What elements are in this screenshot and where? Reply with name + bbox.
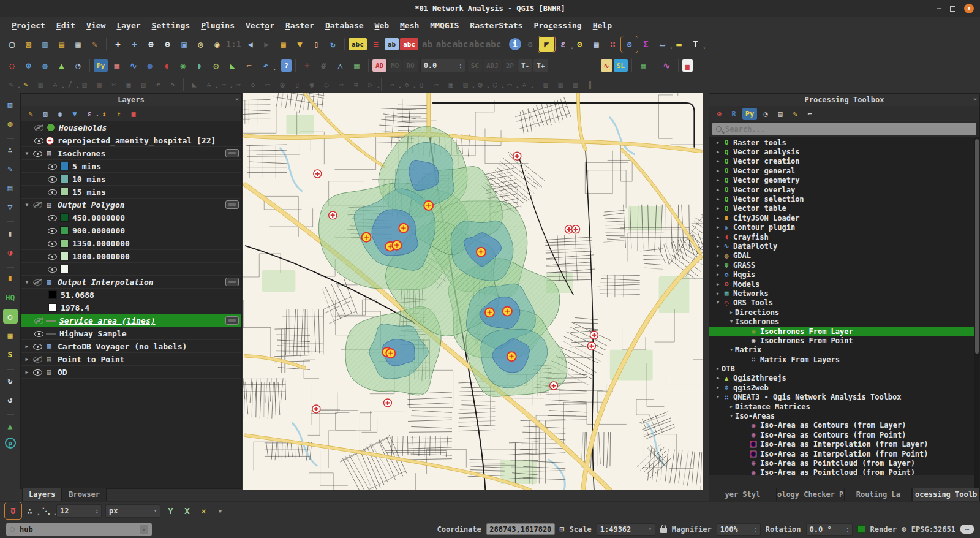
layer-row-900-0000000[interactable]: 900.0000000 — [21, 224, 241, 237]
build-vrt-button[interactable]: ⌐ — [241, 58, 257, 74]
menu-mesh[interactable]: Mesh — [394, 19, 424, 32]
algorithm-contour-plugin[interactable]: ▶◗Contour plugin — [709, 223, 979, 232]
visibility-eye-icon[interactable] — [48, 239, 57, 248]
layout-manager-button[interactable]: ▦ — [70, 37, 86, 52]
extent-icon[interactable]: ⊞ — [560, 525, 565, 534]
delete-part-button[interactable]: ▱ — [334, 78, 348, 91]
expander-icon[interactable]: ▶ — [714, 376, 722, 381]
copy-features-button[interactable]: ▣ — [122, 78, 135, 91]
filter-by-expression-button[interactable]: ε▾ — [83, 108, 96, 120]
menu-settings[interactable]: Settings — [146, 19, 196, 32]
expander-icon[interactable]: ▼ — [714, 300, 722, 305]
layer-row-5-mins[interactable]: 5 mins — [21, 160, 241, 173]
advanced-digitizing-AD-button[interactable]: AD — [372, 59, 386, 72]
contour-tool-button[interactable]: ◎ — [208, 58, 224, 74]
menu-plugins[interactable]: Plugins — [195, 19, 240, 32]
mode-ADJ-button[interactable]: ADJ — [483, 59, 502, 72]
dock-tab-browser[interactable]: Browser — [62, 488, 107, 501]
label-properties-button[interactable]: abc — [486, 37, 501, 52]
mode-RO-button[interactable]: RO — [403, 59, 417, 72]
models-menu-button[interactable]: ⚙ — [713, 108, 725, 120]
p-circle-plugin-button[interactable]: p — [5, 438, 16, 449]
algorithm-cityjson-loader[interactable]: ▶∎CityJSON Loader — [709, 213, 979, 222]
visibility-eye-icon[interactable] — [34, 329, 43, 338]
expander-icon[interactable]: ▶ — [714, 235, 722, 240]
visibility-eye-icon[interactable] — [48, 226, 57, 235]
dock-tab-0[interactable]: yer Styl — [709, 488, 777, 501]
undo-plugin-button[interactable]: ↺ — [3, 392, 18, 407]
pan-to-selection-button[interactable]: + — [127, 37, 142, 52]
layer-row-point-to-point[interactable]: ▶▤Point to Point — [21, 353, 241, 366]
expander-icon[interactable]: ▼ — [728, 347, 735, 352]
algorithm-networks[interactable]: ▶▦Networks — [709, 289, 979, 298]
rotate-feature-button[interactable]: ◇ — [246, 78, 260, 91]
snapping-toggle-button[interactable]: Ω — [6, 503, 21, 518]
algorithm-vector-creation[interactable]: ▶QVector creation — [709, 157, 979, 166]
new-map-view-button[interactable]: ▦ — [276, 37, 291, 52]
zoom-full-button[interactable]: ▣ — [176, 37, 192, 52]
grid-tool-button[interactable]: ∷ — [349, 78, 363, 91]
expander-icon[interactable]: ▶ — [728, 404, 735, 409]
menu-database[interactable]: Database — [320, 19, 369, 32]
algorithm-vector-overlay[interactable]: ▶QVector overlay — [709, 185, 979, 194]
tracing-button[interactable]: ⋱▾ — [39, 503, 54, 518]
expander-icon[interactable]: ▼ — [23, 202, 31, 208]
dock-tab-layers[interactable]: Layers — [22, 488, 62, 501]
new-virtual-layer-button[interactable]: ▤ — [3, 180, 18, 195]
menu-layer[interactable]: Layer — [111, 19, 146, 32]
algorithm-qneat3-qgis-network-analysis-toolbox[interactable]: ▼∷QNEAT3 - Qgis Network Analysis Toolbox — [709, 393, 979, 402]
remove-layer-button[interactable]: ▣ — [127, 108, 140, 120]
menu-help[interactable]: Help — [587, 19, 617, 32]
algorithm-hqgis[interactable]: ▶⚙Hqgis — [709, 270, 979, 279]
s-plugin-button[interactable]: S — [3, 347, 18, 362]
help-contents-button[interactable]: ? — [281, 59, 292, 72]
expander-icon[interactable]: ▼ — [23, 279, 31, 285]
dataplotly-button[interactable]: ∿ — [126, 58, 141, 74]
current-edits-button[interactable]: ✎▾ — [4, 78, 18, 91]
visibility-eye-icon[interactable] — [33, 355, 42, 364]
algorithm-crayfish[interactable]: ▶◖Crayfish — [709, 232, 979, 241]
algorithm-otb[interactable]: ▶OTB — [709, 364, 979, 373]
attribute-grid-button[interactable]: ▦ — [109, 58, 124, 74]
text-annotation-button[interactable]: T▾ — [688, 37, 703, 52]
processing-search-box[interactable]: Search... — [712, 123, 976, 135]
add-web-service-button[interactable]: ⊕ — [21, 58, 36, 74]
rotation-spin[interactable]: 0.0 ° ▴▾ — [806, 523, 853, 536]
layer-row-output-polygon[interactable]: ▼▤Output Polygon — [21, 199, 241, 211]
expander-icon[interactable]: ▼ — [728, 319, 735, 324]
data-source-manager-button[interactable]: ▧ — [3, 97, 18, 112]
hqgis-button[interactable]: HQ — [3, 290, 18, 305]
table-manager-button[interactable]: ▦ — [636, 58, 651, 74]
snapping-intersection-button[interactable]: X — [179, 503, 195, 518]
dock-tab-3[interactable]: ocessing Toolb — [912, 488, 980, 501]
statistics-panel-button[interactable]: Σ — [638, 37, 654, 52]
metasearch-button[interactable]: ◔ — [70, 58, 86, 74]
layer-row-1800-0000000[interactable]: 1800.0000000 — [21, 250, 241, 263]
expander-icon[interactable]: ▶ — [714, 178, 722, 183]
field-calculator-button[interactable]: ∷ — [605, 37, 620, 52]
sld4raster-button[interactable]: SL — [614, 59, 628, 72]
layer-reload-button[interactable]: ▦ — [349, 58, 364, 74]
expander-icon[interactable]: ▶ — [714, 282, 722, 287]
history-button[interactable]: ◔ — [760, 108, 772, 120]
spinner-arrows-icon[interactable]: ▴▾ — [843, 526, 849, 532]
menu-processing[interactable]: Processing — [528, 19, 587, 32]
label-highlight-button[interactable]: abc — [400, 38, 418, 50]
expander-icon[interactable]: ▶ — [714, 197, 722, 202]
undo-style-button[interactable]: ↶▾ — [258, 58, 273, 74]
zoom-in-button[interactable]: ⊕ — [143, 37, 159, 52]
scale-select[interactable]: 1:49362 ▾ — [597, 523, 655, 536]
algorithm-matrix-from-layers[interactable]: ∷Matrix From Layers — [709, 355, 979, 364]
cad-crosshair-button[interactable]: + — [300, 58, 315, 74]
reshape-features-button[interactable]: ▱▾ — [385, 78, 399, 91]
visibility-eye-icon[interactable] — [48, 175, 57, 184]
new-print-layout-button[interactable]: ▤ — [54, 37, 69, 52]
algorithm-iso-area-as-interpolation-from-point-[interactable]: Iso-Area as Interpolation (from Point) — [709, 449, 979, 458]
expander-icon[interactable]: ▶ — [23, 369, 31, 375]
locator-search-box[interactable]: ✕ — [6, 523, 152, 536]
algorithm-raster-tools[interactable]: ▶QRaster tools — [709, 138, 979, 147]
open-layer-styling-button[interactable]: ✎ — [24, 108, 37, 120]
leaflet-maps-button[interactable]: ◗ — [192, 58, 207, 74]
simplify-feature-button[interactable]: ▭ — [261, 78, 274, 91]
snap-unit-select-dropdown[interactable]: px▾ — [105, 504, 160, 518]
